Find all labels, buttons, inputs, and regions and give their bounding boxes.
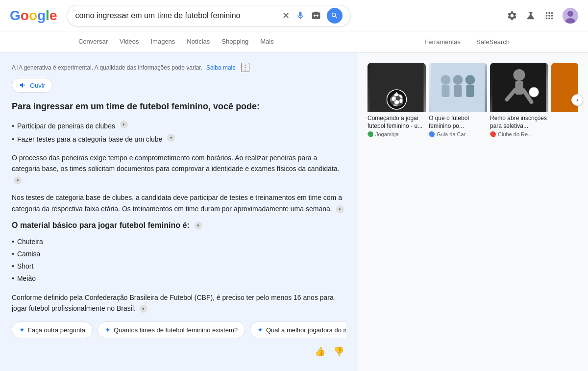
ai-notice: A IA generativa é experimental. A qualid… bbox=[12, 63, 346, 72]
clear-button[interactable]: ✕ bbox=[282, 10, 290, 21]
search-bar: ✕ bbox=[67, 5, 351, 26]
source-dot-0 bbox=[368, 131, 373, 137]
header-right bbox=[507, 8, 578, 24]
expand-para-3[interactable]: ▾ bbox=[138, 305, 149, 313]
apps-button[interactable] bbox=[544, 10, 555, 21]
thumbs-down-button[interactable]: 👎 bbox=[331, 344, 346, 359]
material-list: Chuteira Camisa Short Meião bbox=[12, 236, 346, 285]
image-source-1: Guia da Car... bbox=[429, 131, 487, 137]
listen-button[interactable]: Ouvir bbox=[12, 78, 52, 93]
ai-subtitle: O material básico para jogar futebol fem… bbox=[12, 221, 346, 230]
suggestion-2[interactable]: ✦ Qual a melhor jogadora do mundo? bbox=[250, 322, 346, 338]
material-item-0: Chuteira bbox=[12, 236, 346, 248]
feedback-row: 👍 👎 bbox=[12, 344, 346, 359]
svg-rect-9 bbox=[442, 85, 450, 97]
images-more-arrow[interactable]: › bbox=[571, 94, 583, 106]
image-source-0: Jogamiga bbox=[368, 131, 426, 137]
saiba-mais-link[interactable]: Saiba mais bbox=[206, 64, 235, 71]
user-avatar[interactable] bbox=[563, 8, 578, 24]
svg-point-1 bbox=[567, 11, 573, 17]
svg-point-10 bbox=[453, 75, 463, 85]
ai-panel: A IA generativa é experimental. A qualid… bbox=[0, 53, 358, 371]
expand-list-1[interactable]: ▾ bbox=[165, 134, 177, 142]
ai-paragraph-3: Conforme definido pela Confederação Bras… bbox=[12, 292, 346, 314]
nav-tabs: Conversar Videos Imagens Notícias Shoppi… bbox=[0, 31, 588, 53]
svg-point-6 bbox=[395, 95, 398, 98]
suggestion-1[interactable]: ✦ Quantos times de futebol feminino exis… bbox=[98, 322, 245, 338]
tab-imagens[interactable]: Imagens bbox=[145, 31, 181, 52]
svg-point-8 bbox=[441, 75, 451, 85]
image-label-2: Remo abre inscrições para seletiva... bbox=[490, 115, 548, 130]
ai-paragraph-1: O processo das peneiras exige tempo e co… bbox=[12, 152, 346, 185]
tab-shopping[interactable]: Shopping bbox=[216, 31, 254, 52]
settings-button[interactable] bbox=[507, 10, 517, 21]
safesearch-button[interactable]: SafeSearch bbox=[470, 34, 515, 49]
tab-noticias[interactable]: Notícias bbox=[181, 31, 216, 52]
listen-label: Ouvir bbox=[30, 82, 45, 89]
svg-point-12 bbox=[466, 75, 475, 85]
image-card-1[interactable]: O que o futebol feminino po... Guia da C… bbox=[429, 63, 487, 137]
images-grid: Começando a jogar futebol feminino - u..… bbox=[368, 63, 578, 137]
image-card-0[interactable]: Começando a jogar futebol feminino - u..… bbox=[368, 63, 426, 137]
expand-list-0[interactable]: ▾ bbox=[118, 121, 130, 128]
images-panel: Começando a jogar futebol feminino - u..… bbox=[358, 53, 588, 371]
tab-videos[interactable]: Videos bbox=[114, 31, 145, 52]
search-input[interactable] bbox=[75, 11, 282, 20]
svg-rect-13 bbox=[466, 85, 474, 97]
thumbs-up-button[interactable]: 👍 bbox=[313, 344, 327, 359]
ferramentas-button[interactable]: Ferramentas bbox=[418, 34, 466, 49]
notice-more-button[interactable]: ⋮ bbox=[241, 63, 249, 72]
svg-marker-5 bbox=[393, 92, 400, 101]
lens-search-button[interactable] bbox=[311, 11, 321, 21]
list-item-0: Participar de peneiras de clubes ▾ bbox=[12, 121, 346, 131]
ai-paragraph-2: Nos testes de categoria base de clubes, … bbox=[12, 192, 346, 214]
material-item-2: Short bbox=[12, 260, 346, 272]
svg-point-19 bbox=[529, 87, 539, 97]
source-dot-2 bbox=[490, 131, 496, 137]
suggestions-row: ✦ Faça outra pergunta ✦ Quantos times de… bbox=[12, 322, 346, 338]
main-content: A IA generativa é experimental. A qualid… bbox=[0, 53, 588, 371]
image-card-2[interactable]: Remo abre inscrições para seletiva... Cl… bbox=[490, 63, 548, 137]
image-label-0: Começando a jogar futebol feminino - u..… bbox=[368, 115, 426, 130]
tab-mais[interactable]: Mais bbox=[254, 31, 279, 52]
svg-rect-3 bbox=[370, 63, 424, 112]
voice-search-button[interactable] bbox=[295, 11, 305, 21]
google-logo[interactable]: Google bbox=[10, 8, 57, 24]
tab-conversar[interactable]: Conversar bbox=[73, 31, 114, 52]
image-source-2: Clube do Re... bbox=[490, 131, 548, 137]
list-item-1: Fazer testes para a categoria base de um… bbox=[12, 134, 346, 145]
svg-rect-11 bbox=[454, 85, 462, 97]
suggestion-0[interactable]: ✦ Faça outra pergunta bbox=[12, 322, 93, 338]
search-submit-button[interactable] bbox=[327, 8, 343, 24]
ai-title: Para ingressar em um time de futebol fem… bbox=[12, 100, 346, 113]
expand-para-2[interactable]: ▾ bbox=[334, 205, 346, 213]
svg-point-15 bbox=[514, 69, 525, 81]
material-item-1: Camisa bbox=[12, 248, 346, 260]
expand-subtitle[interactable]: ▾ bbox=[193, 222, 204, 229]
expand-para-1[interactable]: ▾ bbox=[12, 176, 24, 184]
ai-list: Participar de peneiras de clubes ▾ Fazer… bbox=[12, 121, 346, 145]
source-dot-1 bbox=[429, 131, 435, 137]
lab-icon-button[interactable] bbox=[525, 10, 536, 21]
ai-notice-text: A IA generativa é experimental. A qualid… bbox=[12, 64, 202, 71]
svg-rect-16 bbox=[515, 81, 523, 95]
header: Google ✕ bbox=[0, 0, 588, 31]
material-item-3: Meião bbox=[12, 272, 346, 285]
image-label-1: O que o futebol feminino po... bbox=[429, 115, 487, 130]
